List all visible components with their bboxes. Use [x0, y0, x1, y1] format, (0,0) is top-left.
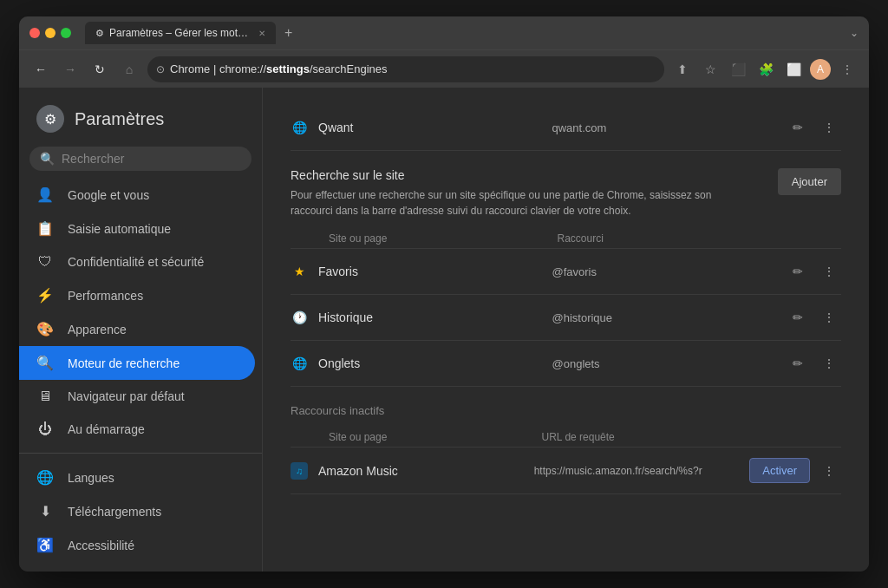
historique-icon: 🕐 — [291, 309, 308, 326]
bookmark-icon[interactable]: ☆ — [699, 58, 722, 81]
browser-window: ⚙ Paramètres – Gérer les moteu… ✕ + ⌄ ← … — [19, 16, 869, 572]
browserstack-icon[interactable]: ⬛ — [727, 58, 749, 81]
close-button[interactable] — [29, 28, 40, 38]
sidebar-item-google-et-vous[interactable]: 👤 Google et vous — [19, 178, 255, 212]
site-search-description: Pour effectuer une recherche sur un site… — [291, 187, 724, 219]
refresh-button[interactable]: ↻ — [88, 58, 111, 81]
apparence-icon: 🎨 — [36, 321, 54, 337]
qwant-edit-button[interactable]: ✏ — [786, 115, 810, 140]
sidebar-label-apparence: Apparence — [68, 323, 127, 336]
sidebar-search-icon: 🔍 — [40, 152, 55, 166]
sidebar-item-navigateur-defaut[interactable]: 🖥 Navigateur par défaut — [19, 380, 255, 413]
new-tab-button[interactable]: + — [279, 23, 297, 42]
nav-actions: ⬆ ☆ ⬛ 🧩 ⬜ A ⋮ — [671, 58, 859, 81]
default-se-entry: 🌐 Qwant qwant.com ✏ ⋮ — [291, 105, 841, 151]
qwant-actions: ✏ ⋮ — [786, 115, 841, 140]
avatar[interactable]: A — [810, 59, 831, 80]
amazon-music-more-button[interactable]: ⋮ — [817, 459, 841, 483]
amazon-music-url: https://music.amazon.fr/search/%s?r — [534, 465, 740, 477]
amazon-music-actions: Activer ⋮ — [749, 458, 841, 483]
sidebar-item-telechargements[interactable]: ⬇ Téléchargements — [19, 494, 255, 528]
favoris-more-button[interactable]: ⋮ — [817, 259, 841, 284]
sidebar-label-telechargements: Téléchargements — [68, 505, 161, 519]
onglets-actions: ✏ ⋮ — [786, 351, 841, 376]
sidebar-item-accessibilite[interactable]: ♿ Accessibilité — [19, 528, 255, 562]
historique-shortcut: @historique — [552, 311, 776, 324]
col1-header: Site ou page — [329, 232, 547, 245]
sidebar-item-performances[interactable]: ⚡ Performances — [19, 278, 255, 312]
navbar: ← → ↻ ⌂ ⊙ Chrome | chrome://settings/sea… — [19, 49, 869, 88]
sidebar-divider — [19, 453, 262, 454]
inactive-table-header: Site ou page URL de requête — [291, 424, 841, 448]
address-text: Chrome | chrome://settings/searchEngines — [170, 62, 388, 75]
onglets-more-button[interactable]: ⋮ — [817, 351, 841, 376]
moteur-recherche-icon: 🔍 — [36, 355, 54, 371]
sidebar-item-demarrage[interactable]: ⏻ Au démarrage — [19, 413, 255, 446]
tab-favicon: ⚙ — [95, 28, 104, 39]
sidebar-search-input[interactable] — [62, 152, 241, 166]
settings-logo-icon: ⚙ — [36, 105, 64, 133]
sidebar-item-systeme[interactable]: 🔧 Système — [19, 562, 255, 572]
favoris-actions: ✏ ⋮ — [786, 259, 841, 284]
historique-name: Historique — [318, 310, 542, 324]
onglets-name: Onglets — [318, 356, 542, 370]
historique-more-button[interactable]: ⋮ — [817, 305, 841, 330]
historique-edit-button[interactable]: ✏ — [786, 305, 810, 330]
tab-area: ⚙ Paramètres – Gérer les moteu… ✕ + — [85, 22, 460, 44]
minimize-button[interactable] — [45, 28, 56, 38]
home-button[interactable]: ⌂ — [118, 58, 140, 81]
site-search-title: Recherche sur le site — [291, 168, 724, 182]
site-search-info: Recherche sur le site Pour effectuer une… — [291, 168, 724, 219]
qwant-more-button[interactable]: ⋮ — [817, 115, 841, 140]
performances-icon: ⚡ — [36, 287, 54, 304]
address-bold: settings — [266, 62, 310, 75]
sidebar-title: Paramètres — [75, 109, 164, 129]
window-menu-icon[interactable]: ⌄ — [850, 27, 859, 39]
sidebar-label-navigateur-defaut: Navigateur par défaut — [68, 389, 185, 403]
onglets-icon: 🌐 — [291, 355, 308, 372]
col2-header: Raccourci — [558, 232, 776, 245]
back-button[interactable]: ← — [29, 58, 52, 81]
onglets-shortcut: @onglets — [552, 357, 776, 370]
navigateur-defaut-icon: 🖥 — [36, 389, 54, 404]
amazon-music-activate-button[interactable]: Activer — [749, 458, 810, 483]
share-icon[interactable]: ⬆ — [671, 58, 694, 81]
sidebar-item-apparence[interactable]: 🎨 Apparence — [19, 312, 255, 346]
fullscreen-button[interactable] — [61, 28, 71, 38]
favoris-name: Favoris — [318, 265, 542, 278]
langues-icon: 🌐 — [36, 469, 54, 486]
saisie-automatique-icon: 📋 — [36, 220, 54, 237]
main-layout: ⚙ Paramètres 🔍 👤 Google et vous 📋 Saisie… — [19, 88, 869, 572]
add-site-button[interactable]: Ajouter — [778, 168, 841, 195]
sidebar: ⚙ Paramètres 🔍 👤 Google et vous 📋 Saisie… — [19, 88, 262, 572]
sidebar-label-moteur-recherche: Moteur de recherche — [68, 356, 180, 370]
inactive-col1: Site ou page — [329, 431, 532, 443]
sidebar-item-confidentialite[interactable]: 🛡 Confidentialité et sécurité — [19, 245, 255, 278]
active-tab[interactable]: ⚙ Paramètres – Gérer les moteu… ✕ — [85, 22, 276, 44]
sidebar-label-confidentialite: Confidentialité et sécurité — [68, 255, 204, 269]
tab-title: Paramètres – Gérer les moteu… — [109, 27, 253, 39]
favoris-edit-button[interactable]: ✏ — [786, 259, 810, 284]
tab-close-button[interactable]: ✕ — [258, 29, 265, 38]
amazon-music-entry: ♫ Amazon Music https://music.amazon.fr/s… — [291, 448, 841, 494]
address-bar[interactable]: ⊙ Chrome | chrome://settings/searchEngin… — [147, 56, 664, 82]
site-search-section-header: Recherche sur le site Pour effectuer une… — [291, 168, 841, 219]
sidebar-label-google-et-vous: Google et vous — [68, 188, 149, 202]
extensions-icon[interactable]: 🧩 — [754, 58, 777, 81]
forward-button[interactable]: → — [59, 58, 82, 81]
telechargements-icon: ⬇ — [36, 503, 54, 519]
demarrage-icon: ⏻ — [36, 421, 54, 437]
profile-icon[interactable]: ⬜ — [782, 58, 805, 81]
sidebar-search-box[interactable]: 🔍 — [29, 147, 251, 171]
sidebar-item-moteur-recherche[interactable]: 🔍 Moteur de recherche — [19, 346, 255, 380]
amazon-music-name: Amazon Music — [318, 464, 524, 478]
more-menu-icon[interactable]: ⋮ — [836, 58, 859, 81]
sidebar-item-langues[interactable]: 🌐 Langues — [19, 461, 255, 494]
onglets-edit-button[interactable]: ✏ — [786, 351, 810, 376]
google-et-vous-icon: 👤 — [36, 186, 54, 203]
sidebar-item-saisie-automatique[interactable]: 📋 Saisie automatique — [19, 212, 255, 245]
sidebar-header: ⚙ Paramètres — [19, 95, 262, 147]
qwant-icon: 🌐 — [291, 119, 308, 136]
favoris-icon: ★ — [291, 263, 308, 280]
address-separator: | — [213, 62, 219, 75]
